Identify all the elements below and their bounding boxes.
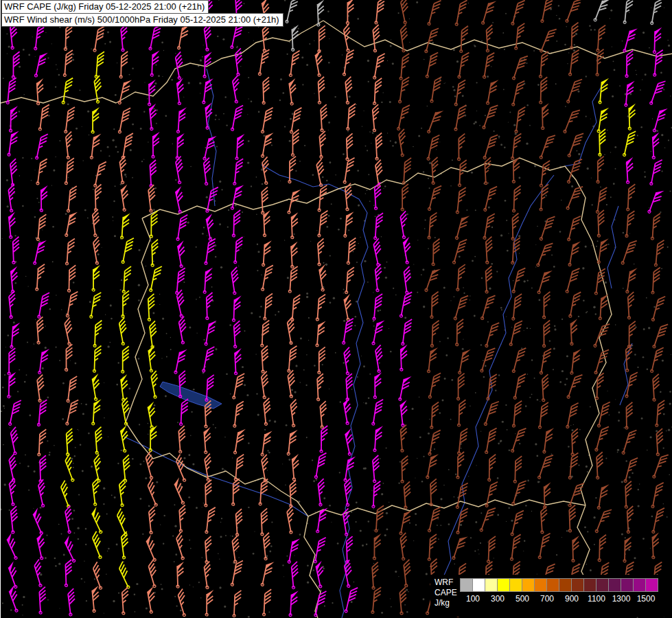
wind-barb [95, 52, 104, 79]
wind-barb [567, 214, 581, 242]
wind-barb [456, 507, 468, 535]
wind-barb [143, 534, 161, 562]
wind-barb [91, 478, 102, 505]
wind-barb [399, 345, 408, 371]
wind-barb [371, 586, 381, 614]
wind-barb [563, 107, 580, 135]
wind-barb [174, 186, 187, 214]
wind-barb [650, 0, 662, 25]
wind-barb [30, 507, 48, 535]
wind-barb [647, 188, 664, 216]
wind-barb [346, 0, 354, 24]
wind-barb [458, 52, 470, 79]
wind-barb [148, 160, 157, 187]
wind-barb [64, 560, 72, 586]
wind-barb [372, 481, 380, 507]
wind-barb [119, 24, 130, 52]
wind-barb [36, 479, 49, 507]
wind-barb [511, 79, 524, 106]
wind-barb [485, 25, 494, 52]
wind-barb [345, 536, 354, 563]
wind-barb [175, 267, 185, 295]
wind-barb [454, 79, 465, 106]
wind-barb [427, 108, 443, 135]
wind-barb [458, 160, 466, 187]
legend-swatch [509, 578, 522, 592]
wind-barb [539, 51, 548, 78]
wind-barb [597, 238, 609, 264]
wind-barb [37, 399, 47, 426]
wind-barb [540, 133, 555, 160]
wind-barb [146, 586, 159, 614]
wind-barb [374, 133, 383, 161]
wind-barb [93, 161, 106, 188]
map-canvas [1, 0, 672, 618]
wind-barb [373, 78, 382, 104]
wind-barb [511, 426, 526, 454]
wind-barb [455, 0, 467, 27]
wind-barb [120, 213, 130, 240]
wind-barb [233, 428, 245, 455]
wind-barb [290, 212, 299, 238]
border-layer [1, 21, 672, 618]
wind-barb [290, 454, 301, 481]
wind-barb [9, 266, 20, 293]
wind-barb [428, 371, 441, 399]
wind-barb [373, 426, 383, 453]
wind-barb [594, 425, 609, 453]
wind-barb [596, 187, 607, 214]
wind-barb [11, 237, 19, 264]
wind-barb [8, 130, 19, 157]
wind-barb [487, 536, 495, 563]
wind-barb [314, 452, 326, 479]
wind-barb [458, 400, 466, 426]
wind-barb [595, 507, 612, 534]
wind-barb [426, 453, 439, 480]
wind-barb [343, 49, 354, 76]
wind-barb [430, 157, 440, 185]
wind-barb [232, 372, 244, 400]
wind-barb [540, 184, 548, 211]
wind-barb [318, 347, 325, 374]
wind-barb [375, 0, 385, 25]
wind-barb [626, 267, 638, 294]
wind-barb [259, 508, 268, 535]
legend-swatch [583, 578, 596, 592]
wind-barb [38, 429, 47, 456]
wind-barb [566, 266, 580, 295]
wind-barb [594, 0, 611, 23]
wind-barb [260, 345, 269, 373]
wind-barb [625, 51, 633, 78]
wind-barb [343, 77, 354, 104]
wind-barb [92, 455, 106, 482]
wind-barb [288, 266, 297, 293]
wind-barb [456, 452, 464, 479]
wind-barb [625, 506, 634, 534]
wind-barb [428, 534, 437, 560]
wind-barb [318, 185, 327, 212]
wind-barb [65, 344, 72, 371]
wind-barb [232, 295, 241, 321]
wind-barb [568, 131, 583, 159]
legend-tick: 700 [540, 594, 554, 604]
wind-barb [62, 318, 76, 345]
wind-barb [626, 292, 635, 319]
wrf-weather-map: WRF CAPE (J/kg) Friday 05-12-2025 21:00 … [0, 0, 672, 618]
wind-barb [118, 106, 130, 134]
wind-barb [178, 505, 187, 533]
wind-barb [484, 237, 493, 264]
wind-barb [148, 104, 159, 130]
wind-barb [205, 319, 217, 346]
wind-barb [511, 214, 519, 240]
wind-barb [91, 237, 104, 264]
legend-swatch [497, 578, 510, 592]
wind-barb [624, 456, 638, 484]
wind-barb [624, 481, 633, 508]
legend-swatch [596, 578, 609, 592]
wind-barb [627, 184, 636, 211]
title-line-windshear: WRF Wind shear (m/s) 500/1000hPa Friday … [1, 13, 283, 27]
wind-barb [541, 0, 553, 23]
wind-barb [456, 482, 468, 510]
wind-barb [426, 51, 438, 78]
wind-barb [566, 77, 582, 104]
